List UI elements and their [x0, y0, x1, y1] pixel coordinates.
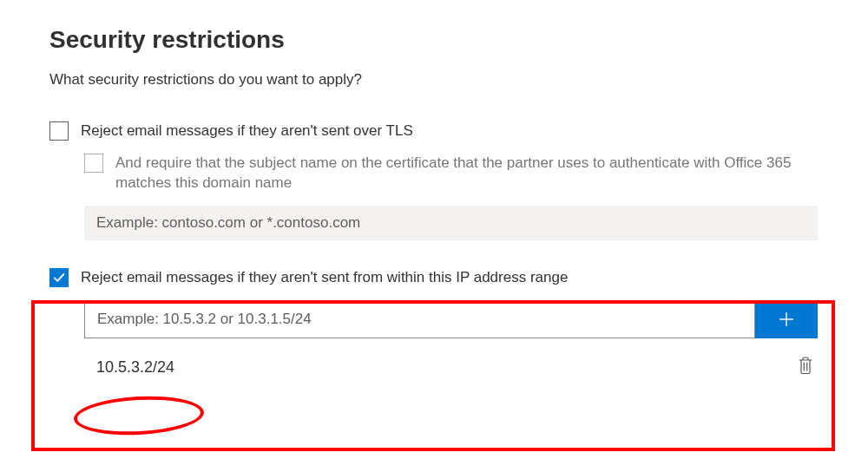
ip-list: 10.5.3.2/24 — [84, 352, 818, 383]
certificate-domain-input — [84, 206, 818, 240]
page-subtitle: What security restrictions do you want t… — [49, 71, 868, 88]
reject-outside-ip-checkbox[interactable] — [49, 268, 69, 287]
trash-icon — [797, 356, 814, 375]
delete-ip-button[interactable] — [793, 352, 818, 383]
reject-outside-ip-label: Reject email messages if they aren't sen… — [81, 268, 568, 288]
annotation-highlight-ellipse — [73, 393, 205, 438]
require-subject-name-checkbox — [84, 154, 103, 173]
reject-non-tls-checkbox[interactable] — [49, 121, 69, 141]
check-icon — [53, 272, 65, 284]
page-title: Security restrictions — [49, 26, 868, 54]
ip-list-item-value: 10.5.3.2/24 — [84, 353, 187, 382]
reject-non-tls-row: Reject email messages if they aren't sen… — [49, 121, 868, 141]
add-ip-button[interactable] — [755, 300, 818, 338]
reject-non-tls-label: Reject email messages if they aren't sen… — [81, 121, 413, 141]
ip-list-item: 10.5.3.2/24 — [84, 352, 818, 383]
ip-range-input[interactable] — [84, 300, 755, 338]
reject-outside-ip-row: Reject email messages if they aren't sen… — [49, 268, 868, 288]
require-subject-name-row: And require that the subject name on the… — [84, 154, 868, 193]
plus-icon — [777, 310, 796, 329]
require-subject-name-label: And require that the subject name on the… — [115, 154, 810, 193]
